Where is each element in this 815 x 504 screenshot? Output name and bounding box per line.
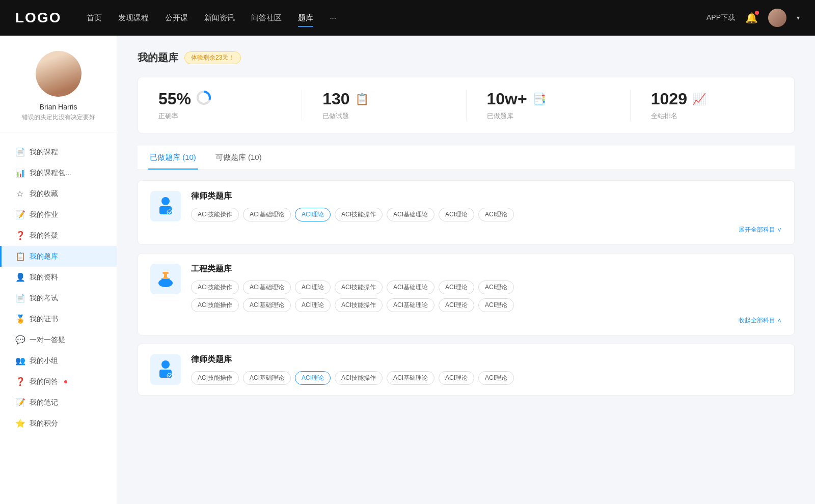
tag[interactable]: ACI理论 (439, 371, 474, 385)
stat-accuracy: 55% 正确率 (138, 90, 302, 121)
tag[interactable]: ACI理论 (439, 208, 474, 221)
qbank-body: 律师类题库 ACI技能操作 ACI基础理论 ACI理论 ACI技能操作 ACI基… (191, 191, 782, 234)
qbank-icon-wrap (150, 354, 181, 385)
tag[interactable]: ACI技能操作 (335, 208, 383, 221)
tag[interactable]: ACI理论 (439, 298, 474, 312)
stat-top: 55% (158, 90, 211, 108)
sidebar-item-我的答疑[interactable]: ❓我的答疑 (0, 225, 117, 246)
tag[interactable]: ACI技能操作 (191, 298, 239, 312)
tag[interactable]: ACI基础理论 (387, 371, 434, 385)
avatar-dropdown-icon[interactable]: ▾ (797, 14, 800, 21)
svg-point-11 (167, 373, 172, 378)
sidebar-item-我的笔记[interactable]: 📝我的笔记 (0, 392, 117, 413)
nav-link-新闻资讯[interactable]: 新闻资讯 (204, 11, 235, 25)
tag[interactable]: ACI理论 (478, 371, 514, 385)
stat-value-banks: 10w+ (487, 90, 527, 108)
tag[interactable]: ACI基础理论 (243, 281, 291, 294)
trial-badge: 体验剩余23天！ (184, 51, 241, 64)
nav-link-发现课程[interactable]: 发现课程 (118, 11, 149, 25)
qbank-list: 律师类题库 ACI技能操作 ACI基础理论 ACI理论 ACI技能操作 ACI基… (138, 180, 795, 396)
tag[interactable]: ACI理论 (439, 281, 474, 294)
menu-label: 我的笔记 (30, 398, 58, 407)
tag-active[interactable]: ACI理论 (295, 208, 331, 221)
tag[interactable]: ACI基础理论 (387, 298, 434, 312)
tag[interactable]: ACI技能操作 (335, 281, 383, 294)
stat-value-rank: 1029 (651, 90, 687, 108)
tag[interactable]: ACI技能操作 (335, 298, 383, 312)
tab-done[interactable]: 已做题库 (10) (148, 146, 198, 170)
qbank-body: 工程类题库 ACI技能操作 ACI基础理论 ACI理论 ACI技能操作 ACI基… (191, 264, 782, 325)
page-wrapper: Brian Harris 错误的决定比没有决定要好 📄我的课程📊我的课程包...… (0, 36, 815, 504)
menu-label: 我的问答 (30, 377, 58, 386)
nav-link-题库[interactable]: 题库 (298, 11, 313, 25)
menu-icon: 💬 (15, 335, 24, 345)
menu-label: 我的资料 (30, 273, 58, 282)
tag-active[interactable]: ACI理论 (295, 371, 331, 385)
notification-bell[interactable]: 🔔 (745, 12, 758, 24)
sidebar-item-我的作业[interactable]: 📝我的作业 (0, 204, 117, 225)
ranking-icon: 📈 (692, 93, 706, 106)
sidebar-item-一对一答疑[interactable]: 💬一对一答疑 (0, 329, 117, 350)
menu-label: 我的题库 (30, 252, 58, 261)
tag[interactable]: ACI理论 (478, 208, 514, 221)
menu-icon: 📋 (15, 251, 24, 261)
menu-icon: ⭐ (15, 418, 24, 428)
nav-link-···[interactable]: ··· (330, 11, 336, 25)
sidebar-item-我的收藏[interactable]: ☆我的收藏 (0, 183, 117, 204)
qbank-card-lawyer-2: 律师类题库 ACI技能操作 ACI基础理论 ACI理论 ACI技能操作 ACI基… (138, 344, 795, 396)
sidebar-item-我的课程[interactable]: 📄我的课程 (0, 142, 117, 162)
tag[interactable]: ACI技能操作 (191, 371, 239, 385)
menu-label: 我的考试 (30, 294, 58, 303)
questions-icon: 📋 (355, 93, 369, 106)
tag[interactable]: ACI理论 (295, 281, 331, 294)
tag[interactable]: ACI基础理论 (243, 298, 291, 312)
menu-icon: ❓ (15, 231, 24, 240)
tag[interactable]: ACI理论 (295, 298, 331, 312)
tab-available[interactable]: 可做题库 (10) (213, 146, 264, 170)
tag[interactable]: ACI基础理论 (387, 281, 434, 294)
tag[interactable]: ACI技能操作 (191, 208, 239, 221)
tag[interactable]: ACI技能操作 (191, 281, 239, 294)
sidebar-item-我的课程包...[interactable]: 📊我的课程包... (0, 162, 117, 183)
expand-link[interactable]: 展开全部科目 ∨ (191, 226, 782, 234)
stat-label-accuracy: 正确率 (158, 111, 178, 121)
nav-link-首页[interactable]: 首页 (87, 11, 102, 25)
menu-label: 我的小组 (30, 356, 58, 366)
user-avatar[interactable] (768, 9, 786, 27)
page-title: 我的题库 (138, 51, 178, 65)
qbank-title: 律师类题库 (191, 191, 782, 202)
menu-label: 我的证书 (30, 315, 58, 324)
nav-link-问答社区[interactable]: 问答社区 (251, 11, 282, 25)
sidebar-item-我的考试[interactable]: 📄我的考试 (0, 288, 117, 309)
collapse-link[interactable]: 收起全部科目 ∧ (191, 316, 782, 325)
stat-label-rank: 全站排名 (651, 111, 677, 121)
menu-label: 我的课程包... (30, 169, 71, 178)
sidebar-item-我的证书[interactable]: 🏅我的证书 (0, 309, 117, 329)
sidebar-item-我的题库[interactable]: 📋我的题库 (0, 246, 117, 267)
svg-point-2 (161, 197, 170, 205)
sidebar-item-我的积分[interactable]: ⭐我的积分 (0, 413, 117, 434)
sidebar-item-我的问答[interactable]: ❓我的问答 (0, 371, 117, 392)
sidebar-item-我的小组[interactable]: 👥我的小组 (0, 350, 117, 371)
avatar-img (36, 51, 82, 97)
tag[interactable]: ACI技能操作 (335, 371, 383, 385)
stat-label-done: 已做试题 (322, 111, 349, 121)
sidebar: Brian Harris 错误的决定比没有决定要好 📄我的课程📊我的课程包...… (0, 36, 117, 504)
avatar-image (768, 9, 786, 27)
tag[interactable]: ACI理论 (478, 281, 514, 294)
tag[interactable]: ACI理论 (478, 298, 514, 312)
tag[interactable]: ACI基础理论 (243, 208, 291, 221)
profile-name: Brian Harris (40, 103, 77, 111)
qbank-card-lawyer-1: 律师类题库 ACI技能操作 ACI基础理论 ACI理论 ACI技能操作 ACI基… (138, 180, 795, 245)
svg-rect-8 (162, 272, 169, 274)
menu-icon: 📄 (15, 147, 24, 157)
stats-row: 55% 正确率 130 📋 已做试题 (138, 77, 795, 133)
nav-link-公开课[interactable]: 公开课 (165, 11, 188, 25)
app-download-link[interactable]: APP下载 (707, 13, 735, 22)
notification-dot (755, 11, 759, 15)
tag[interactable]: ACI基础理论 (387, 208, 434, 221)
profile-avatar (36, 51, 82, 97)
sidebar-item-我的资料[interactable]: 👤我的资料 (0, 267, 117, 288)
tag[interactable]: ACI基础理论 (243, 371, 291, 385)
main-content: 我的题库 体验剩余23天！ 55% 正确率 13 (117, 36, 815, 504)
